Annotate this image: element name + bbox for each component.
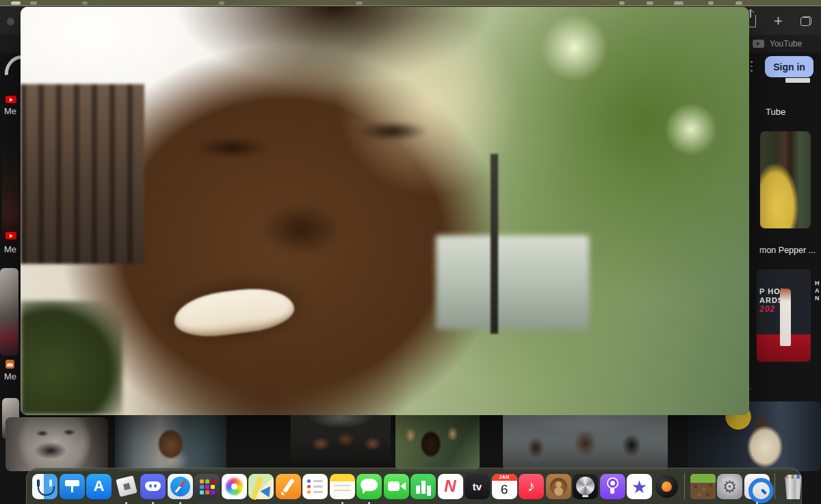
dock-apple-tv-icon[interactable]: tv (465, 474, 490, 499)
dock-finder-icon[interactable] (32, 474, 57, 499)
video-thumbnail[interactable] (291, 410, 391, 471)
dock-maps-icon[interactable] (248, 474, 274, 499)
dock-minecraft-icon[interactable] (690, 474, 716, 499)
video-bush-region (21, 301, 122, 415)
status-icon[interactable] (647, 1, 653, 5)
calendar-month: JAN (492, 474, 517, 481)
menu-item[interactable] (82, 1, 88, 5)
dock: A N tv JAN 6 ♪ ★ (26, 468, 802, 504)
dock-reminders-icon[interactable] (302, 474, 328, 499)
mini-badge (785, 78, 810, 83)
dock-photos-icon[interactable] (222, 474, 247, 499)
tab-label: YouTube (770, 39, 802, 49)
dock-settings-icon[interactable] (717, 474, 742, 499)
status-icon[interactable] (708, 1, 714, 5)
result-source-fragment: Me (4, 371, 16, 382)
video-pole-region (491, 154, 498, 334)
dock-notes-icon[interactable] (330, 474, 355, 499)
kebab-menu-icon[interactable] (751, 61, 753, 73)
dock-imovie-icon[interactable]: ★ (627, 474, 652, 499)
menu-item[interactable] (219, 1, 224, 5)
dock-launchpad-icon[interactable] (194, 474, 220, 499)
video-thumbnail[interactable] (395, 411, 480, 471)
dock-contacts-icon[interactable] (546, 474, 571, 499)
dock-roblox-icon[interactable] (114, 474, 139, 499)
calendar-day: 6 (492, 481, 517, 498)
dock-fl-studio-icon[interactable] (654, 474, 679, 499)
battery-icon (674, 1, 683, 5)
youtube-favicon-icon (753, 40, 764, 48)
dock-podcasts-icon[interactable] (600, 474, 625, 499)
video-thumbnail[interactable] (5, 417, 108, 471)
dock-numbers-icon[interactable] (410, 474, 436, 499)
result-source-fragment: Me (4, 106, 16, 116)
window-close-button[interactable] (7, 18, 14, 25)
dock-facetime-icon[interactable] (384, 474, 409, 499)
video-face-brow (356, 121, 429, 142)
dock-turntable-app-icon[interactable] (573, 474, 598, 499)
dock-trash-icon[interactable] (782, 473, 805, 500)
backdrop-letters-fragment: HAN (815, 280, 820, 302)
dock-separator (774, 473, 775, 499)
new-tab-icon[interactable]: + (774, 14, 783, 28)
dock-calendar-icon[interactable]: JAN 6 (492, 474, 517, 499)
dock-app-store-icon[interactable]: A (86, 474, 112, 499)
youtube-favicon-icon (5, 96, 16, 103)
video-face-nose (261, 203, 341, 256)
status-icon[interactable] (619, 1, 625, 5)
video-building-region (21, 84, 144, 264)
menu-bar (0, 0, 821, 6)
video-frame (21, 7, 749, 415)
status-icon[interactable] (735, 1, 742, 5)
dock-keynote-icon[interactable] (60, 474, 85, 499)
menu-item[interactable] (30, 1, 37, 5)
result-thumbnail[interactable] (2, 140, 19, 244)
dock-discord-icon[interactable] (140, 474, 166, 499)
video-thumbnail[interactable] (503, 410, 668, 471)
dock-news-icon[interactable]: N (438, 474, 463, 499)
apple-menu-icon[interactable] (11, 1, 21, 5)
screen: + YouTube Sign in Me Me Me Tube mon Pepp… (0, 0, 821, 504)
page-text-fragment: Tube (766, 107, 785, 117)
menu-item[interactable] (356, 1, 363, 5)
dock-separator (684, 473, 685, 499)
video-face-brow (196, 137, 269, 158)
video-title-fragment[interactable]: mon Pepper ... (759, 246, 816, 255)
red-carpet-figure (780, 289, 791, 346)
soundcloud-favicon-icon (5, 360, 14, 369)
result-source-fragment: Me (4, 244, 16, 254)
result-thumbnail[interactable] (0, 268, 18, 356)
dock-safari-icon[interactable] (168, 474, 193, 499)
dock-music-icon[interactable]: ♪ (519, 474, 544, 499)
video-thumbnail[interactable] (115, 411, 226, 471)
related-video-thumbnail[interactable] (760, 131, 811, 228)
sign-in-button[interactable]: Sign in (765, 56, 813, 77)
related-video-thumbnail[interactable]: P HOP ARDS 202 (757, 269, 811, 362)
tab-overview-icon[interactable] (800, 16, 811, 26)
video-structure-region (436, 235, 589, 329)
dock-quicktime-icon[interactable] (744, 474, 770, 499)
youtube-favicon-icon (5, 232, 16, 239)
dock-messages-icon[interactable] (356, 474, 382, 499)
dock-pages-icon[interactable] (276, 474, 301, 499)
tab-youtube[interactable]: YouTube (753, 36, 821, 51)
floating-video-window[interactable] (21, 7, 749, 415)
